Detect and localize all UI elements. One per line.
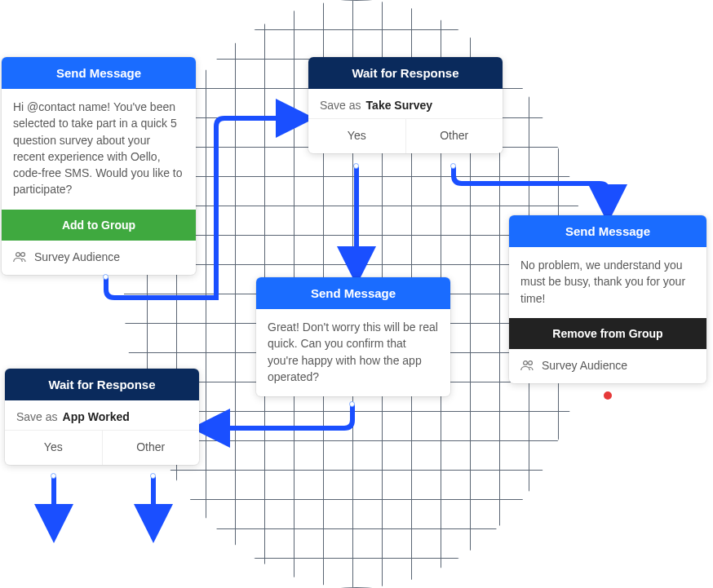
svg-point-2 bbox=[16, 252, 20, 256]
add-to-group-bar[interactable]: Add to Group bbox=[2, 210, 196, 241]
port-dot bbox=[103, 274, 108, 280]
group-name: Survey Audience bbox=[542, 359, 627, 372]
save-as-value: Take Survey bbox=[366, 99, 432, 112]
save-as-row: Save as Take Survey bbox=[308, 89, 503, 118]
svg-point-5 bbox=[529, 360, 533, 365]
node-header: Send Message bbox=[256, 277, 450, 309]
port-dot bbox=[51, 473, 56, 479]
node-send-message-3[interactable]: Send Message No problem, we understand y… bbox=[509, 215, 706, 383]
node-header: Send Message bbox=[509, 215, 706, 247]
node-body: Great! Don't worry this will be real qui… bbox=[256, 309, 450, 396]
node-body: Hi @contact name! You've been selected t… bbox=[2, 89, 196, 210]
node-body: No problem, we understand you must be bu… bbox=[509, 247, 706, 318]
node-header: Wait for Response bbox=[308, 57, 503, 89]
node-header: Wait for Response bbox=[5, 369, 199, 400]
node-wait-response-1[interactable]: Wait for Response Save as Take Survey Ye… bbox=[308, 57, 503, 153]
option-yes[interactable]: Yes bbox=[5, 431, 102, 465]
node-send-message-1[interactable]: Send Message Hi @contact name! You've be… bbox=[2, 57, 196, 275]
group-row: Survey Audience bbox=[2, 241, 196, 275]
save-as-label: Save as bbox=[16, 410, 58, 423]
save-as-value: App Worked bbox=[63, 410, 130, 423]
port-dot bbox=[150, 473, 156, 479]
port-dot bbox=[349, 401, 355, 407]
option-other[interactable]: Other bbox=[102, 431, 200, 465]
node-header: Send Message bbox=[2, 57, 196, 89]
save-as-row: Save as App Worked bbox=[5, 400, 199, 430]
people-icon bbox=[520, 360, 535, 371]
port-red bbox=[604, 391, 612, 400]
port-dot bbox=[353, 163, 359, 169]
people-icon bbox=[13, 251, 28, 263]
remove-from-group-bar[interactable]: Remove from Group bbox=[509, 318, 706, 349]
group-name: Survey Audience bbox=[34, 250, 120, 263]
svg-point-3 bbox=[21, 252, 25, 256]
node-wait-response-2[interactable]: Wait for Response Save as App Worked Yes… bbox=[5, 369, 199, 465]
svg-point-4 bbox=[524, 360, 528, 365]
port-dot bbox=[450, 163, 456, 169]
option-yes[interactable]: Yes bbox=[308, 119, 405, 153]
save-as-label: Save as bbox=[320, 99, 361, 112]
option-other[interactable]: Other bbox=[405, 119, 503, 153]
group-row: Survey Audience bbox=[509, 349, 706, 383]
node-send-message-2[interactable]: Send Message Great! Don't worry this wil… bbox=[256, 277, 450, 396]
